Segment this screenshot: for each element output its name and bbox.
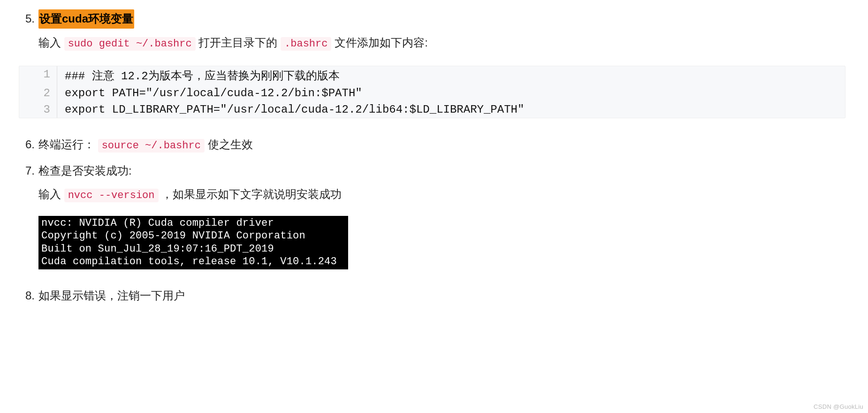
step-7-heading: 检查是否安装成功: bbox=[38, 164, 132, 177]
text: 文件添加如下内容: bbox=[335, 36, 428, 49]
line-number: 2 bbox=[19, 85, 57, 101]
inline-code: .bashrc bbox=[281, 37, 331, 51]
terminal-line: Copyright (c) 2005-2019 NVIDIA Corporati… bbox=[41, 229, 345, 243]
code-line: export LD_LIBRARY_PATH="/usr/local/cuda-… bbox=[57, 101, 532, 118]
step-number: 5. bbox=[19, 9, 35, 29]
text: 终端运行： bbox=[38, 138, 98, 151]
inline-code: nvcc --version bbox=[64, 189, 159, 202]
step-7: 7. 检查是否安装成功: 输入 nvcc --version ，如果显示如下文字… bbox=[19, 161, 849, 269]
code-block-bashrc: 1 ### 注意 12.2为版本号，应当替换为刚刚下载的版本 2 export … bbox=[19, 66, 845, 118]
step-7-sub: 输入 nvcc --version ，如果显示如下文字就说明安装成功 bbox=[38, 185, 849, 204]
line-number: 1 bbox=[19, 66, 57, 85]
text: 输入 bbox=[38, 188, 64, 200]
watermark: CSDN @GuokLiu bbox=[814, 403, 863, 410]
terminal-line: Built on Sun_Jul_28_19:07:16_PDT_2019 bbox=[41, 243, 345, 256]
text: ，如果显示如下文字就说明安装成功 bbox=[161, 188, 342, 200]
terminal-line: Cuda compilation tools, release 10.1, V1… bbox=[41, 255, 345, 268]
step-6: 6. 终端运行： source ~/.bashrc 使之生效 bbox=[19, 135, 849, 154]
text: 使之生效 bbox=[208, 138, 253, 151]
step-8-text: 如果显示错误，注销一下用户 bbox=[38, 289, 185, 302]
step-number: 6. bbox=[19, 135, 35, 154]
line-number: 3 bbox=[19, 101, 57, 118]
inline-code: source ~/.bashrc bbox=[98, 139, 205, 153]
step-5-description: 输入 sudo gedit ~/.bashrc 打开主目录下的 .bashrc … bbox=[38, 33, 849, 53]
text: 输入 bbox=[38, 36, 64, 49]
code-line: ### 注意 12.2为版本号，应当替换为刚刚下载的版本 bbox=[57, 66, 347, 85]
step-number: 7. bbox=[19, 161, 35, 181]
step-5-title: 设置cuda环境变量 bbox=[38, 9, 134, 29]
step-8: 8. 如果显示错误，注销一下用户 bbox=[19, 286, 849, 306]
step-5: 5. 设置cuda环境变量 输入 sudo gedit ~/.bashrc 打开… bbox=[19, 9, 849, 118]
inline-code: sudo gedit ~/.bashrc bbox=[64, 37, 196, 51]
ordered-steps: 5. 设置cuda环境变量 输入 sudo gedit ~/.bashrc 打开… bbox=[19, 9, 849, 306]
text: 打开主目录下的 bbox=[198, 36, 281, 49]
terminal-output: nvcc: NVIDIA (R) Cuda compiler driver Co… bbox=[38, 216, 348, 269]
terminal-line: nvcc: NVIDIA (R) Cuda compiler driver bbox=[41, 217, 345, 230]
document-page: 5. 设置cuda环境变量 输入 sudo gedit ~/.bashrc 打开… bbox=[0, 0, 868, 413]
code-line: export PATH="/usr/local/cuda-12.2/bin:$P… bbox=[57, 85, 370, 101]
step-number: 8. bbox=[19, 286, 35, 306]
